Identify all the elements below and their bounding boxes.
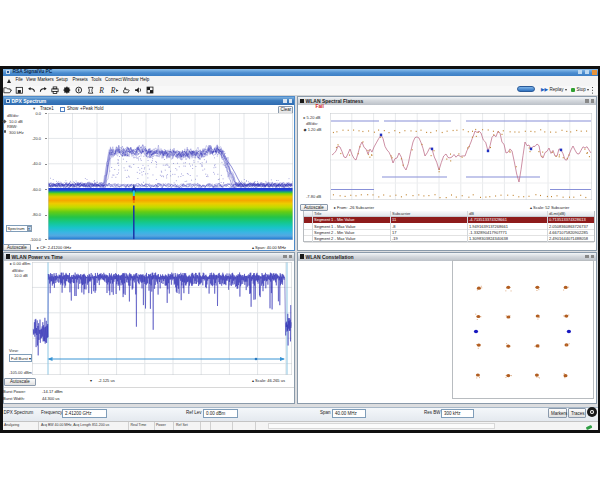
svg-text:R: R [98,86,104,95]
svg-text:R: R [110,86,116,95]
